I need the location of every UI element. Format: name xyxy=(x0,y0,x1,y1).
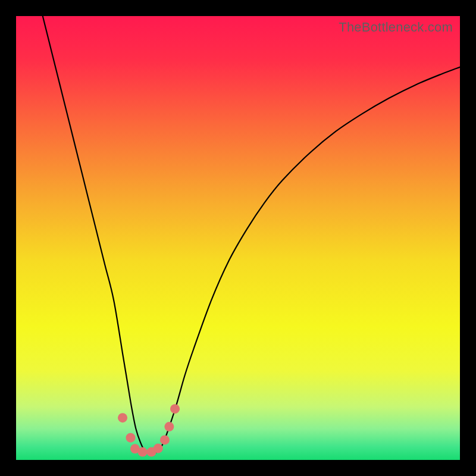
marker-dot xyxy=(138,447,148,457)
marker-dot xyxy=(160,435,170,444)
curve-layer xyxy=(16,16,460,460)
marker-dot xyxy=(126,433,135,443)
highlight-dots xyxy=(118,404,180,456)
bottleneck-curve xyxy=(43,16,460,453)
marker-dot xyxy=(170,404,180,414)
plot-area: TheBottleneck.com xyxy=(16,16,460,460)
marker-dot xyxy=(118,413,127,422)
marker-dot xyxy=(154,444,163,453)
chart-frame: TheBottleneck.com xyxy=(0,0,476,476)
watermark-text: TheBottleneck.com xyxy=(339,20,453,35)
marker-dot xyxy=(164,422,174,431)
